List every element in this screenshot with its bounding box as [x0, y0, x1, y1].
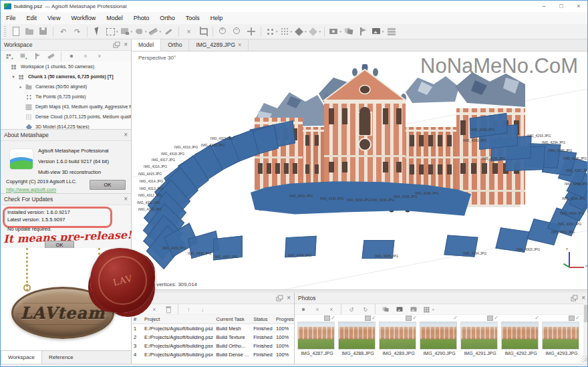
sidebar-tab-workspace[interactable]: Workspace: [1, 351, 42, 364]
add-scalebar-button[interactable]: [45, 50, 57, 63]
scrollbar-thumb[interactable]: [584, 305, 587, 322]
show-cameras-button[interactable]: ▾: [328, 25, 341, 38]
photo-item[interactable]: ✓IMG_4290.JPG: [420, 315, 459, 364]
open-project-button[interactable]: [23, 25, 35, 38]
dropdown-caret-icon[interactable]: ▾: [432, 308, 434, 312]
tree-item[interactable]: Dense Cloud (3,071,125 points, Medium qu…: [1, 112, 131, 122]
menu-file[interactable]: File: [1, 12, 21, 24]
dropdown-caret-icon[interactable]: ▾: [339, 29, 341, 33]
enable-item-button[interactable]: [65, 50, 78, 63]
add-photos-button[interactable]: [17, 50, 29, 63]
large-icons-view-button[interactable]: [393, 303, 406, 316]
ruler-tool-button[interactable]: ▾: [148, 25, 162, 38]
close-panel-icon[interactable]: ×: [581, 295, 585, 301]
photo-item[interactable]: ✓IMG_4288.JPG: [338, 315, 378, 364]
tree-item[interactable]: Depth Maps (43, Medium quality, Aggressi…: [1, 102, 131, 112]
dropdown-caret-icon[interactable]: ▾: [291, 29, 293, 33]
delete-job-button[interactable]: [162, 303, 174, 316]
tree-item[interactable]: ▸Cameras (50/50 aligned): [1, 82, 131, 92]
column-header[interactable]: Status: [251, 315, 274, 324]
lasso-selection-button[interactable]: ▾: [134, 25, 147, 38]
photo-thumbnail[interactable]: [420, 322, 457, 350]
view-tab-img_4289.jpg[interactable]: IMG_4289.JPG×: [189, 39, 249, 51]
toolbar-drag-handle[interactable]: [4, 26, 6, 37]
undo-button[interactable]: ↶: [57, 25, 69, 38]
expand-arrow-icon[interactable]: ▸: [18, 84, 23, 89]
menu-view[interactable]: View: [42, 12, 65, 24]
close-button[interactable]: ×: [570, 1, 587, 11]
move-region-button[interactable]: ▾: [120, 25, 133, 38]
close-panel-icon[interactable]: ×: [287, 295, 291, 301]
table-row[interactable]: 2E:/Projects/Agisoft/building.pszBuild T…: [132, 333, 294, 342]
menu-photo[interactable]: Photo: [128, 12, 155, 24]
save-project-button[interactable]: [37, 25, 49, 38]
dense-cloud-view-button[interactable]: ▾: [279, 25, 293, 38]
view-tab-ortho[interactable]: Ortho: [161, 39, 189, 51]
dropdown-caret-icon[interactable]: ▾: [319, 29, 321, 33]
about-close-icon[interactable]: ×: [124, 132, 128, 138]
dropdown-caret-icon[interactable]: ▾: [116, 29, 118, 33]
photo-thumbnail[interactable]: [379, 322, 416, 350]
column-header[interactable]: Progress: [274, 315, 294, 324]
add-chunk-button[interactable]: [3, 50, 15, 63]
menu-tools[interactable]: Tools: [180, 12, 205, 24]
photo-thumbnail[interactable]: [338, 322, 376, 350]
show-thumbnails-button[interactable]: [343, 25, 355, 38]
photo-thumbnail[interactable]: [297, 322, 335, 350]
about-ok-button[interactable]: OK: [90, 180, 126, 190]
close-panel-icon[interactable]: ×: [124, 41, 128, 48]
float-panel-icon[interactable]: [571, 295, 577, 301]
model-viewport[interactable]: Perspective 30° NoNaMeNo.CoM: [132, 51, 588, 289]
rotate-left-button[interactable]: ↺: [345, 303, 357, 316]
selection-tool-button[interactable]: [91, 25, 104, 38]
disable-item-button[interactable]: [79, 50, 92, 63]
remove-cameras-button[interactable]: ×: [325, 303, 337, 316]
cancel-job-button[interactable]: ×: [148, 303, 160, 316]
point-cloud-view-button[interactable]: ▾: [265, 25, 278, 38]
column-header[interactable]: Project: [142, 315, 214, 324]
photo-item[interactable]: ✓IMG_4293.JPG: [542, 315, 581, 364]
minimize-button[interactable]: –: [535, 1, 553, 11]
dropdown-caret-icon[interactable]: ▾: [160, 29, 162, 33]
column-header[interactable]: Current Task: [214, 315, 251, 324]
rectangle-selection-button[interactable]: ▾: [105, 25, 118, 38]
navigation-button[interactable]: [245, 25, 257, 38]
table-row[interactable]: 4E:/Projects/Agisoft/building.psxBuild D…: [132, 350, 294, 359]
rotate-right-button[interactable]: ↻: [359, 303, 372, 316]
details-view-button[interactable]: [407, 303, 420, 316]
enable-cameras-button[interactable]: [297, 303, 309, 316]
dropdown-caret-icon[interactable]: ▾: [276, 29, 278, 33]
updates-close-icon[interactable]: ×: [124, 196, 128, 203]
table-row[interactable]: 1E:/Projects/Agisoft/building.pszBuild M…: [132, 324, 294, 333]
menu-help[interactable]: Help: [205, 12, 229, 24]
model-shaded-view-button[interactable]: ▾: [293, 25, 307, 38]
remove-item-button[interactable]: ×: [93, 50, 106, 63]
photo-item[interactable]: ✓IMG_4292.JPG: [501, 315, 541, 364]
float-panel-icon[interactable]: [114, 42, 120, 48]
show-texture-button[interactable]: ▾: [371, 25, 384, 38]
zoom-in-button[interactable]: [216, 25, 229, 38]
show-layers-button[interactable]: [385, 25, 398, 38]
table-row[interactable]: 3E:/Projects/Agisoft/building.psxBuild O…: [132, 342, 294, 350]
zoom-out-button[interactable]: [231, 25, 243, 38]
maximize-button[interactable]: □: [553, 1, 570, 11]
close-tab-icon[interactable]: ×: [238, 39, 241, 51]
photos-scrollbar[interactable]: [583, 303, 588, 361]
dropdown-caret-icon[interactable]: ▾: [382, 29, 384, 33]
photo-thumbnail[interactable]: [542, 322, 579, 350]
add-marker-button[interactable]: [31, 50, 43, 63]
dropdown-caret-icon[interactable]: ▾: [131, 29, 133, 33]
photo-item[interactable]: ✓IMG_4289.JPG: [379, 315, 418, 364]
menu-model[interactable]: Model: [101, 12, 128, 24]
redo-button[interactable]: ↷: [71, 25, 84, 38]
model-solid-view-button[interactable]: ▾: [308, 25, 321, 38]
dropdown-caret-icon[interactable]: ▾: [305, 29, 307, 33]
photo-item[interactable]: ✓IMG_4291.JPG: [460, 315, 500, 364]
new-document-button[interactable]: [9, 25, 21, 38]
resize-region-button[interactable]: [196, 25, 209, 38]
dropdown-caret-icon[interactable]: ▾: [145, 29, 147, 33]
expand-arrow-icon[interactable]: ▾: [11, 74, 16, 79]
menu-ortho[interactable]: Ortho: [154, 12, 180, 24]
draw-tool-button[interactable]: [162, 25, 175, 38]
photo-item[interactable]: ✓IMG_4287.JPG: [297, 315, 337, 364]
